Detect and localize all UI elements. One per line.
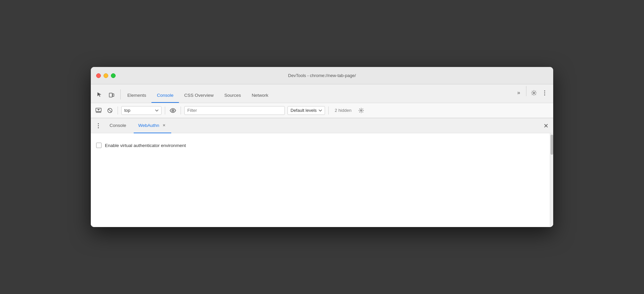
drawer-more-icon[interactable] (94, 122, 102, 130)
settings-icon[interactable] (529, 88, 538, 97)
svg-point-2 (533, 92, 535, 94)
more-options-icon[interactable] (540, 88, 549, 97)
main-tab-bar: Elements Console CSS Overview Sources Ne… (91, 84, 553, 103)
svg-point-14 (98, 123, 99, 124)
svg-marker-8 (97, 109, 100, 111)
traffic-lights (96, 73, 116, 78)
tab-elements[interactable]: Elements (122, 88, 151, 103)
minimize-button[interactable] (104, 73, 108, 78)
drawer-close-button[interactable]: ✕ (542, 122, 550, 130)
svg-line-10 (109, 109, 112, 112)
filter-input[interactable] (184, 106, 285, 115)
device-toggle-icon[interactable] (107, 90, 116, 99)
enable-virtual-env-row: Enable virtual authenticator environment (96, 140, 544, 151)
drawer-scroll-area: Enable virtual authenticator environment (91, 133, 550, 227)
drawer-content-area: Enable virtual authenticator environment (91, 133, 553, 227)
devtools-window: DevTools - chrome://new-tab-page/ Elemen… (91, 67, 553, 227)
svg-rect-1 (113, 94, 114, 96)
toolbar-separator-2 (526, 86, 526, 96)
toolbar-sep-3 (181, 106, 181, 115)
console-toolbar: top Default levels 2 hidden (91, 103, 553, 118)
tab-network[interactable]: Network (246, 88, 274, 103)
enable-virtual-env-label: Enable virtual authenticator environment (105, 143, 186, 148)
levels-chevron-icon (319, 109, 322, 112)
svg-rect-0 (109, 93, 112, 97)
context-selector[interactable]: top (121, 106, 162, 115)
inspect-element-icon[interactable] (95, 90, 104, 99)
svg-point-4 (544, 92, 545, 93)
main-tabs: Elements Console CSS Overview Sources Ne… (122, 88, 513, 103)
svg-point-3 (544, 90, 545, 91)
maximize-button[interactable] (111, 73, 116, 78)
drawer-tab-webauthn[interactable]: WebAuthn ✕ (134, 119, 172, 133)
scrollbar-thumb[interactable] (551, 135, 553, 155)
toolbar-separator (120, 89, 121, 99)
toolbar-sep-2 (165, 106, 165, 115)
console-settings-icon[interactable] (357, 106, 366, 115)
toolbar-sep-4 (328, 106, 329, 115)
svg-point-5 (544, 94, 545, 95)
close-button[interactable] (96, 73, 101, 78)
tab-console[interactable]: Console (151, 88, 179, 103)
tab-css-overview[interactable]: CSS Overview (179, 88, 219, 103)
more-tabs-button[interactable]: » (514, 88, 523, 97)
toolbar-sep-1 (118, 106, 118, 115)
tab-bar-left-icons (95, 90, 116, 103)
hidden-messages-count: 2 hidden (332, 108, 354, 113)
tab-bar-right-icons: » (514, 86, 549, 103)
scrollbar[interactable] (550, 133, 553, 227)
title-bar: DevTools - chrome://new-tab-page/ (91, 67, 553, 84)
tab-sources[interactable]: Sources (219, 88, 247, 103)
drawer-tab-bar: Console WebAuthn ✕ ✕ (91, 119, 553, 133)
drawer-panel: Console WebAuthn ✕ ✕ Enable virtual auth… (91, 118, 553, 227)
drawer-tab-console[interactable]: Console (105, 119, 131, 133)
webauthn-panel: Enable virtual authenticator environment (91, 133, 550, 227)
chevron-down-icon (155, 109, 158, 112)
window-title: DevTools - chrome://new-tab-page/ (288, 73, 356, 78)
clear-console-icon[interactable] (106, 106, 114, 115)
live-expressions-icon[interactable] (169, 106, 177, 115)
show-console-drawer-icon[interactable] (94, 106, 103, 115)
drawer-tab-webauthn-close[interactable]: ✕ (161, 123, 167, 128)
svg-point-13 (361, 109, 362, 111)
default-levels-dropdown[interactable]: Default levels (287, 106, 325, 115)
enable-virtual-env-checkbox[interactable] (96, 143, 102, 148)
svg-point-15 (98, 125, 99, 126)
svg-point-16 (98, 127, 99, 128)
svg-point-12 (173, 110, 173, 111)
svg-rect-7 (96, 112, 101, 113)
